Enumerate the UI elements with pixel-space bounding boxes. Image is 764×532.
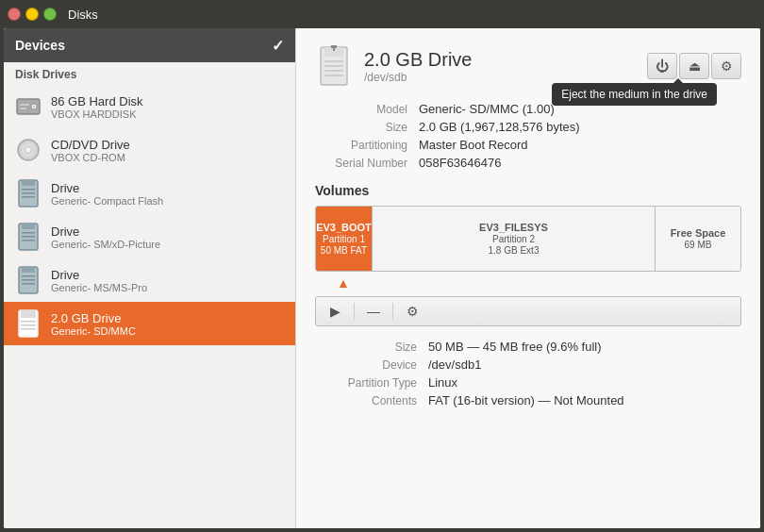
svg-rect-4 <box>20 108 26 109</box>
freespace-name: Free Space <box>671 227 726 239</box>
vol-device-value: /dev/sdb1 <box>428 357 481 372</box>
filesys-sub1: Partition 2 <box>492 234 535 244</box>
drive-name: 2.0 GB Drive <box>364 49 472 71</box>
ms-icon <box>15 264 42 296</box>
hdd-info: 86 GB Hard Disk VBOX HARDDISK <box>51 94 143 120</box>
vol-contents-row: Contents FAT (16-bit version) — Not Moun… <box>315 393 741 407</box>
svg-rect-15 <box>22 236 35 238</box>
svg-rect-13 <box>22 224 35 229</box>
svg-rect-31 <box>324 70 343 72</box>
cf-icon <box>15 177 42 209</box>
sidebar-item-sm[interactable]: Drive Generic- SM/xD-Picture <box>4 215 295 258</box>
sidebar-item-cf[interactable]: Drive Generic- Compact Flash <box>4 172 295 215</box>
volumes-title: Volumes <box>315 183 741 198</box>
boot-sub1: Partition 1 <box>323 234 365 244</box>
partition-filesys[interactable]: EV3_FILESYS Partition 2 1.8 GB Ext3 <box>373 207 656 271</box>
partition-freespace[interactable]: Free Space 69 MB <box>656 207 740 271</box>
svg-rect-25 <box>21 324 36 326</box>
power-icon: ⏻ <box>656 58 669 74</box>
vol-device-row: Device /dev/sdb1 <box>315 357 741 372</box>
sidebar-item-cdrom[interactable]: CD/DVD Drive VBOX CD-ROM <box>4 128 295 172</box>
serial-value: 058F63646476 <box>419 156 501 170</box>
vol-separator-2 <box>392 303 393 320</box>
partition-arrow-row: ▲ <box>315 274 741 292</box>
sm-icon <box>15 221 42 253</box>
wrench-icon: ⚙ <box>407 304 419 319</box>
vol-wrench-button[interactable]: ⚙ <box>399 301 425 322</box>
eject-button[interactable]: ⏏ <box>679 53 709 79</box>
vol-contents-value: FAT (16-bit version) — Not Mounted <box>428 393 624 407</box>
sm-name: Drive <box>51 224 160 239</box>
svg-rect-23 <box>21 310 36 318</box>
svg-rect-19 <box>22 275 35 277</box>
maximize-button[interactable] <box>43 8 57 21</box>
sdmmc-sub: Generic- SD/MMC <box>51 325 136 337</box>
sidebar-item-sdmmc[interactable]: 2.0 GB Drive Generic- SD/MMC <box>4 302 295 345</box>
svg-rect-3 <box>20 104 29 106</box>
svg-rect-18 <box>22 267 35 273</box>
filesys-sub2: 1.8 GB Ext3 <box>489 245 540 256</box>
svg-point-6 <box>25 147 32 154</box>
vol-play-button[interactable]: ▶ <box>322 301 348 322</box>
cdrom-sub: VBOX CD-ROM <box>51 152 130 163</box>
drive-actions: ⏻ ⏏ Eject the medium in the drive ⚙ <box>647 53 741 79</box>
volume-actions: ▶ — ⚙ <box>315 296 741 326</box>
svg-rect-16 <box>22 240 35 241</box>
drive-icon <box>315 43 353 89</box>
partition-arrow: ▲ <box>315 274 372 292</box>
filesys-name: EV3_FILESYS <box>479 222 548 233</box>
sm-info: Drive Generic- SM/xD-Picture <box>51 224 160 250</box>
power-button[interactable]: ⏻ <box>647 53 677 79</box>
freespace-sub2: 69 MB <box>685 240 712 250</box>
svg-rect-24 <box>21 321 36 323</box>
sidebar: Devices ✓ Disk Drives 86 GB Hard Disk <box>4 28 296 528</box>
svg-rect-14 <box>22 232 35 234</box>
hdd-icon <box>15 91 42 123</box>
partitioning-label: Partitioning <box>315 139 419 152</box>
drive-title-text: 2.0 GB Drive /dev/sdb <box>364 49 472 84</box>
vol-stop-button[interactable]: — <box>360 301 387 322</box>
main-window: Devices ✓ Disk Drives 86 GB Hard Disk <box>4 28 760 528</box>
cf-info: Drive Generic- Compact Flash <box>51 181 163 207</box>
partition-bar: EV3_BOOT Partition 1 50 MB FAT EV3_FILES… <box>315 206 741 272</box>
sidebar-title: Devices <box>15 38 65 53</box>
sidebar-item-ms[interactable]: Drive Generic- MS/MS-Pro <box>4 258 295 302</box>
vol-size-label: Size <box>315 341 428 354</box>
svg-rect-9 <box>22 189 35 191</box>
sdmmc-info: 2.0 GB Drive Generic- SD/MMC <box>51 311 136 337</box>
sidebar-checkmark-icon: ✓ <box>272 37 284 55</box>
gear-button[interactable]: ⚙ <box>711 53 741 79</box>
sdmmc-name: 2.0 GB Drive <box>51 311 136 325</box>
svg-rect-11 <box>22 196 35 198</box>
ms-info: Drive Generic- MS/MS-Pro <box>51 268 147 293</box>
titlebar: Disks <box>0 0 764 28</box>
partitioning-value: Master Boot Record <box>419 138 528 152</box>
drive-dev: /dev/sdb <box>364 71 472 84</box>
svg-rect-21 <box>22 283 35 285</box>
hdd-sub: VBOX HARDDISK <box>51 108 143 120</box>
size-value: 2.0 GB (1,967,128,576 bytes) <box>419 120 580 134</box>
gear-icon: ⚙ <box>721 58 733 74</box>
app-title: Disks <box>68 8 98 22</box>
minimize-button[interactable] <box>25 8 39 21</box>
vol-device-label: Device <box>315 358 428 372</box>
vol-separator <box>354 303 355 320</box>
close-button[interactable] <box>8 8 21 21</box>
svg-rect-10 <box>22 192 35 194</box>
model-row: Model Generic- SD/MMC (1.00) <box>315 102 741 116</box>
sidebar-header: Devices ✓ <box>4 28 295 62</box>
sidebar-item-hdd[interactable]: 86 GB Hard Disk VBOX HARDDISK <box>4 85 295 128</box>
vol-size-row: Size 50 MB — 45 MB free (9.6% full) <box>315 340 741 354</box>
vol-contents-label: Contents <box>315 394 428 407</box>
right-panel: 2.0 GB Drive /dev/sdb ⏻ ⏏ Eject the medi… <box>296 28 760 528</box>
sidebar-section-label: Disk Drives <box>4 62 295 85</box>
svg-rect-8 <box>22 180 35 186</box>
drive-title-area: 2.0 GB Drive /dev/sdb <box>315 43 472 89</box>
svg-rect-30 <box>324 65 343 67</box>
ms-sub: Generic- MS/MS-Pro <box>51 282 147 293</box>
svg-rect-26 <box>21 328 36 330</box>
content-area: Devices ✓ Disk Drives 86 GB Hard Disk <box>4 28 760 528</box>
partitioning-row: Partitioning Master Boot Record <box>315 138 741 152</box>
model-label: Model <box>315 103 419 116</box>
partition-boot[interactable]: EV3_BOOT Partition 1 50 MB FAT <box>316 207 373 271</box>
